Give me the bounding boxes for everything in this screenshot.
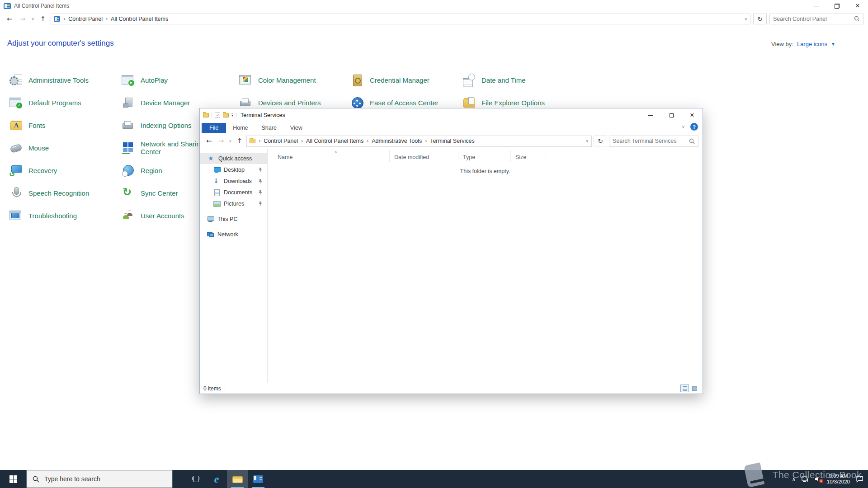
indexing-options-icon (121, 118, 135, 132)
taskbar-search-input[interactable] (44, 475, 166, 483)
column-header-date-modified[interactable]: Date modified (390, 150, 458, 162)
search-input[interactable] (773, 16, 851, 22)
cp-item-administrative-tools[interactable]: Administrative Tools (9, 69, 105, 91)
qat-customize-chevron-icon[interactable]: ▾ (231, 113, 233, 117)
start-button[interactable] (0, 470, 26, 488)
cp-item-sync-center[interactable]: Sync Center (121, 182, 208, 204)
explorer-address-bar[interactable]: › Control Panel › All Control Panel Item… (246, 136, 592, 147)
volume-muted-icon[interactable]: × (815, 476, 821, 482)
nav-documents[interactable]: Documents (200, 187, 267, 198)
explorer-close-button[interactable]: × (682, 108, 703, 122)
restore-button[interactable] (826, 0, 847, 12)
nav-downloads[interactable]: ↓ Downloads (200, 175, 267, 187)
column-header-name[interactable]: Name (268, 150, 390, 162)
explorer-search-input[interactable] (613, 138, 686, 144)
explorer-refresh-button[interactable]: ↻ (594, 136, 607, 146)
cp-items-column-3: Color Management Devices and Printers (239, 69, 335, 114)
cp-item-mouse[interactable]: Mouse (9, 136, 105, 159)
cp-item-label: Device Manager (141, 99, 208, 107)
control-panel-taskbar-button[interactable] (248, 470, 269, 488)
titlebar: All Control Panel Items × (0, 0, 868, 12)
nav-network[interactable]: Network (200, 229, 267, 240)
nav-quick-access[interactable]: ★ Quick access (200, 153, 267, 164)
cp-item-user-accounts[interactable]: User Accounts (121, 204, 208, 227)
cp-item-color-management[interactable]: Color Management (239, 69, 335, 91)
nav-this-pc[interactable]: This PC (200, 213, 267, 225)
crumb-control-panel[interactable]: Control Panel (264, 138, 298, 144)
taskbar-clock[interactable]: 9:09 AM 10/3/2020 (827, 473, 850, 485)
cp-item-date-and-time[interactable]: Date and Time (462, 69, 558, 91)
cp-item-label: File Explorer Options (481, 99, 558, 107)
tab-view[interactable]: View (283, 123, 309, 133)
view-by-value: Large icons (797, 41, 827, 47)
view-by-dropdown[interactable]: View by: Large icons ▼ (771, 41, 835, 47)
back-button[interactable]: ← (5, 15, 15, 23)
cp-item-network-sharing-center[interactable]: Network and Sharing Center (121, 136, 208, 159)
cp-item-recovery[interactable]: Recovery (9, 159, 105, 182)
cp-item-region[interactable]: Region (121, 159, 208, 182)
address-dropdown-chevron-icon[interactable]: ∨ (744, 17, 747, 21)
cp-item-autoplay[interactable]: AutoPlay (121, 69, 208, 91)
crumb-administrative-tools[interactable]: Administrative Tools (372, 138, 422, 144)
administrative-tools-icon (9, 73, 23, 87)
explorer-back-button[interactable]: ← (204, 137, 214, 145)
explorer-forward-button[interactable]: → (216, 137, 226, 145)
details-view-button[interactable] (680, 385, 689, 392)
minimize-button[interactable] (806, 0, 826, 12)
explorer-minimize-button[interactable] (640, 108, 661, 122)
nav-item-label: Network (217, 231, 238, 238)
cp-item-speech-recognition[interactable]: Speech Recognition (9, 182, 105, 204)
column-header-size[interactable]: Size (511, 150, 546, 162)
qat-properties-icon[interactable] (215, 113, 220, 118)
desktop-icon (213, 167, 220, 173)
nav-desktop[interactable]: Desktop (200, 164, 267, 175)
network-tray-icon[interactable] (802, 476, 809, 482)
expand-ribbon-chevron-icon[interactable]: ∨ (682, 124, 685, 129)
explorer-maximize-button[interactable] (661, 108, 682, 122)
tab-share[interactable]: Share (255, 123, 283, 133)
cp-item-indexing-options[interactable]: Indexing Options (121, 114, 208, 136)
cp-item-label: Color Management (258, 76, 335, 84)
crumb-terminal-services[interactable]: Terminal Services (430, 138, 475, 144)
internet-explorer-button[interactable]: e (206, 470, 227, 488)
cp-item-device-manager[interactable]: Device Manager (121, 91, 208, 114)
task-view-button[interactable] (185, 470, 206, 488)
cp-items-column-1: Administrative Tools Default Programs Fo… (9, 69, 105, 227)
cp-item-credential-manager[interactable]: Credential Manager (350, 69, 447, 91)
tab-home[interactable]: Home (226, 123, 255, 133)
explorer-address-chevron-icon[interactable]: ∨ (585, 139, 589, 143)
qat-new-folder-icon[interactable] (223, 113, 229, 117)
taskbar-search[interactable] (26, 470, 173, 488)
explorer-up-button[interactable]: ↑ (235, 137, 245, 145)
empty-folder-message: This folder is empty. (268, 168, 703, 174)
action-center-icon[interactable] (856, 476, 863, 483)
up-button[interactable]: ↑ (38, 15, 48, 23)
cp-item-fonts[interactable]: Fonts (9, 114, 105, 136)
qat-folder-icon[interactable] (203, 113, 209, 117)
explorer-recent-chevron-icon[interactable]: ∨ (228, 139, 233, 143)
forward-button[interactable]: → (18, 15, 28, 23)
file-list-area: ∧ Name Date modified Type Size This fold… (268, 149, 703, 383)
cp-item-label: Region (141, 167, 208, 174)
tab-file[interactable]: File (202, 123, 226, 133)
recent-locations-chevron-icon[interactable]: ∨ (30, 17, 35, 21)
sync-center-icon (121, 186, 135, 200)
search-terminal-services[interactable] (609, 136, 698, 147)
large-icons-view-button[interactable] (690, 385, 699, 392)
hidden-icons-chevron-icon[interactable]: ∧ (792, 476, 796, 482)
cp-item-troubleshooting[interactable]: Troubleshooting (9, 204, 105, 227)
breadcrumb-control-panel[interactable]: Control Panel (68, 16, 103, 22)
breadcrumb-all-items[interactable]: All Control Panel Items (111, 16, 168, 22)
file-explorer-button[interactable] (227, 470, 248, 488)
refresh-button[interactable]: ↻ (753, 14, 767, 24)
search-control-panel[interactable] (769, 14, 863, 24)
nav-pictures[interactable]: Pictures (200, 198, 267, 209)
windows-logo-icon (9, 475, 17, 483)
address-bar[interactable]: › Control Panel › All Control Panel Item… (51, 14, 750, 24)
cp-item-default-programs[interactable]: Default Programs (9, 91, 105, 114)
column-header-type[interactable]: Type (458, 150, 511, 162)
close-button[interactable]: × (847, 0, 868, 12)
help-icon[interactable]: ? (690, 123, 698, 131)
crumb-all-items[interactable]: All Control Panel Items (306, 138, 363, 144)
device-manager-icon (121, 96, 135, 109)
